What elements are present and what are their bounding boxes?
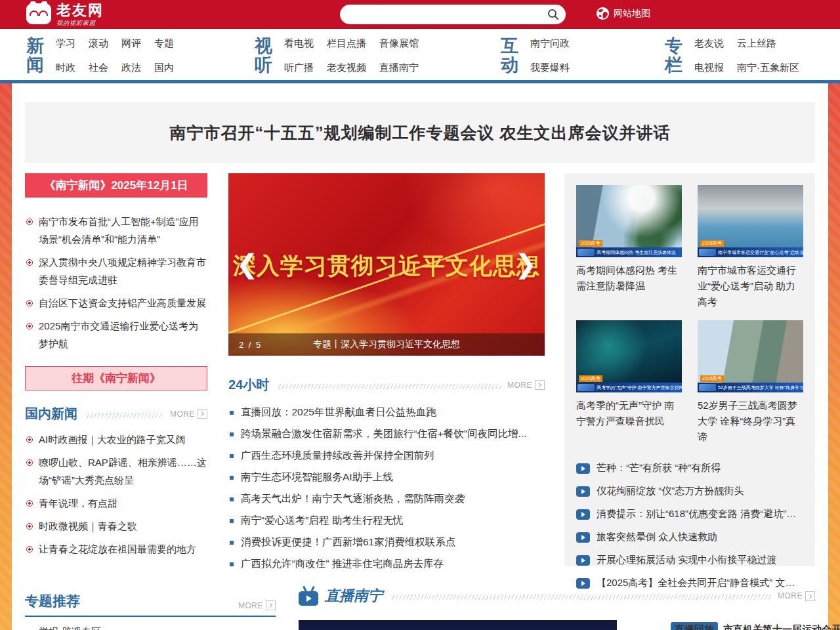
list-item[interactable]: 消费提示：别让“618”优惠变套路 消费“避坑”全指南 [576, 503, 803, 526]
list-item[interactable]: 南宁“爱心送考”启程 助考生行程无忧 [228, 510, 545, 532]
video-thumbnail[interactable]: 2025高考 52岁男子三战高考圆梦大学 诠释“终身学习”真谛 [698, 320, 803, 392]
list-item[interactable]: AI时政画报｜大农业的路子宽又阔 [25, 430, 207, 448]
carousel-next-button[interactable]: ❯ [514, 251, 537, 277]
play-icon [576, 532, 590, 543]
list-item[interactable]: 仪花绚丽绽放 “仪”态万方扮靓街头 [576, 480, 803, 503]
nav-link[interactable]: 时政 [56, 62, 75, 74]
hero-carousel[interactable]: 深入学习贯彻习近平文化思想 ❮ ❯ 2 / 5 专题丨深入学习贯彻习近平文化思想 [228, 173, 545, 356]
nav-section-news[interactable]: 新闻 [26, 37, 44, 75]
list-item[interactable]: 南宁市发布首批“人工智能+制造”应用场景“机会清单”和“能力清单” [25, 213, 207, 248]
nav-link[interactable]: 政法 [121, 62, 141, 74]
nav-link[interactable]: 听广播 [284, 62, 314, 74]
list-item[interactable]: 让青春之花绽放在祖国最需要的地方 [25, 540, 207, 558]
nav-section-columns[interactable]: 专栏 [665, 37, 682, 75]
more-link[interactable]: MORE [507, 380, 545, 390]
nav-link[interactable]: 国内 [154, 62, 174, 74]
list-item[interactable]: 广西生态环境质量持续改善并保持全国前列 [228, 445, 545, 467]
list-item[interactable]: 直播回放：2025年世界献血者日公益热血跑 [228, 402, 545, 423]
nav-link[interactable]: 专题 [154, 37, 174, 50]
hatch-divider [390, 595, 771, 600]
section-title: 国内新闻 [25, 405, 77, 423]
video-caption[interactable]: 52岁男子三战高考圆梦大学 诠释“终身学习”真谛 [698, 398, 803, 445]
list-item[interactable]: 直播回放 市直机关第十一届运动会开幕式 [671, 622, 840, 630]
logo-tagline: 我的视听家园 [56, 20, 104, 26]
video-thumbnail[interactable]: 2025高考 南宁市城市客运交通行业“爱心送考”启动 助力高考 [698, 185, 803, 257]
video-card[interactable]: 2025高考 52岁男子三战高考圆梦大学 诠释“终身学习”真谛 52岁男子三战高… [698, 320, 803, 445]
nav-link[interactable]: 学习 [56, 37, 75, 50]
nav-link[interactable]: 老友视频 [327, 62, 366, 74]
nav-link[interactable]: 栏目点播 [327, 37, 366, 50]
carousel-caption[interactable]: 专题丨深入学习贯彻习近平文化思想 [228, 339, 545, 350]
play-icon [576, 463, 590, 474]
nav-link[interactable]: 社会 [89, 62, 108, 74]
search-input[interactable] [340, 5, 566, 24]
exam-tag: 2025高考 [700, 375, 724, 382]
list-item[interactable]: 旅客突然晕倒 众人快速救助 [576, 526, 803, 549]
list-item[interactable]: 深入贯彻中央八项规定精神学习教育市委督导组完成进驻 [25, 253, 207, 289]
video-card[interactable]: 2025高考 南宁市城市客运交通行业“爱心送考”启动 助力高考 南宁市城市客运交… [698, 185, 803, 310]
show-logo [699, 249, 716, 256]
bullet-icon [26, 459, 33, 466]
replay-badge: 直播回放 [671, 622, 718, 630]
list-item[interactable]: 时政微视频｜青春之歌 [25, 517, 207, 535]
list-item[interactable]: 2025南宁市交通运输行业爱心送考为梦护航 [25, 317, 207, 352]
play-icon [576, 555, 590, 566]
nav-link[interactable]: 我要爆料 [530, 62, 570, 74]
hatch-divider [277, 384, 501, 389]
chevron-right-icon [535, 380, 545, 390]
video-thumbnail[interactable]: 2025高考 高考季的“无声”守护 南宁警方严查噪音扰民 [576, 320, 682, 392]
content-panel: 南宁市召开“十五五”规划编制工作专题会议 农生文出席会议并讲话 《南宁新闻》20… [12, 83, 828, 630]
video-thumbnail[interactable]: 2025高考 高考期间体感闷热 考生需注意防暑降温 [576, 185, 682, 257]
list-item[interactable]: 青年说理，有点甜 [25, 494, 207, 512]
nav-section-av[interactable]: 视听 [255, 37, 272, 75]
nav-link[interactable]: 云上丝路 [737, 37, 776, 50]
list-item[interactable]: 嘹啰山歌、RAP辟谣、相亲辨谣……这场“铲谣”大秀亮点纷呈 [25, 453, 207, 489]
bullet-icon [230, 519, 234, 523]
nav-link[interactable]: 南宁·五象新区 [737, 62, 799, 74]
search-icon[interactable] [547, 9, 559, 20]
past-news-button[interactable]: 往期《南宁新闻》 [25, 366, 207, 390]
nav-link[interactable]: 网评 [121, 37, 141, 50]
list-item[interactable]: 消费投诉更便捷！广西新增61家消费维权联系点 [228, 532, 545, 553]
list-item[interactable]: 自治区下达资金支持铝产业高质量发展 [25, 294, 207, 312]
top-headline[interactable]: 南宁市召开“十五五”规划编制工作专题会议 农生文出席会议并讲话 [25, 102, 815, 163]
globe-icon [596, 7, 610, 20]
nav-link[interactable]: 老友说 [694, 37, 724, 50]
nav-group-av: 视听 看电视 栏目点播 音像展馆 听广播 老友视频 直播南宁 [255, 37, 419, 75]
nav-link[interactable]: 音像展馆 [379, 37, 419, 50]
list-item[interactable]: 跨场景融合激发住宿新需求，美团旅行“住宿+餐饮”间夜同比增... [228, 423, 545, 445]
video-caption[interactable]: 南宁市城市客运交通行业“爱心送考”启动 助力高考 [698, 262, 803, 310]
carousel-prev-button[interactable]: ❮ [236, 251, 259, 277]
list-item[interactable]: 高考天气出炉！南宁天气逐渐炎热，需防阵雨突袭 [228, 488, 545, 510]
bullet-icon [230, 562, 234, 566]
nav-link[interactable]: 看电视 [284, 37, 314, 50]
nav-link[interactable]: 电视报 [694, 62, 724, 74]
list-item[interactable]: 广西拟允许“商改住” 推进非住宅商品房去库存 [228, 553, 545, 575]
nav-link[interactable]: 滚动 [89, 37, 108, 50]
bullet-icon [26, 219, 33, 225]
show-logo [699, 384, 716, 391]
section-title: 直播南宁 [325, 586, 383, 606]
more-link[interactable]: MORE [778, 591, 815, 601]
nav-section-interact[interactable]: 互动 [501, 37, 518, 75]
bullet-icon [26, 323, 33, 329]
list-item[interactable]: 举报·辟谣专区 [25, 626, 276, 630]
nav-link[interactable]: 直播南宁 [379, 62, 419, 74]
list-item[interactable]: 芒种：“芒”有所获 “种”有所得 [576, 457, 803, 480]
topics-section: 专题推荐 MORE 举报·辟谣专区 [25, 592, 276, 630]
more-link[interactable]: MORE [170, 409, 207, 419]
site-logo[interactable]: 老友网 我的视听家园 [26, 3, 104, 26]
logo-title: 老友网 [56, 3, 104, 18]
list-item[interactable]: 开展心理拓展活动 实现中小衔接平稳过渡 [576, 549, 803, 572]
video-caption[interactable]: 高考期间体感闷热 考生需注意防暑降温 [576, 262, 682, 294]
video-card[interactable]: 2025高考 高考期间体感闷热 考生需注意防暑降温 高考期间体感闷热 考生需注意… [576, 185, 682, 310]
video-caption[interactable]: 高考季的“无声”守护 南宁警方严查噪音扰民 [576, 398, 682, 429]
more-link[interactable]: MORE [238, 600, 276, 610]
nanning-news-date-button[interactable]: 《南宁新闻》2025年12月1日 [25, 173, 207, 198]
sitemap-link[interactable]: 网站地图 [596, 7, 650, 20]
nav-link[interactable]: 南宁问政 [530, 37, 570, 50]
video-card[interactable]: 2025高考 高考季的“无声”守护 南宁警方严查噪音扰民 高考季的“无声”守护 … [576, 320, 682, 445]
hours24-header: 24小时 MORE [228, 376, 545, 394]
live-thumbnail[interactable] [299, 620, 617, 630]
list-item[interactable]: 南宁生态环境智能服务AI助手上线 [228, 467, 545, 488]
